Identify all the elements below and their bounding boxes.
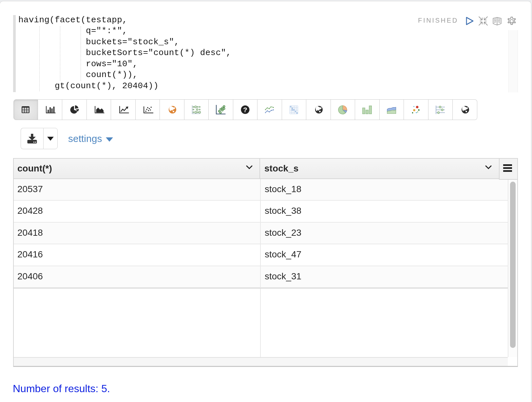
svg-text:?: ? (243, 106, 247, 113)
